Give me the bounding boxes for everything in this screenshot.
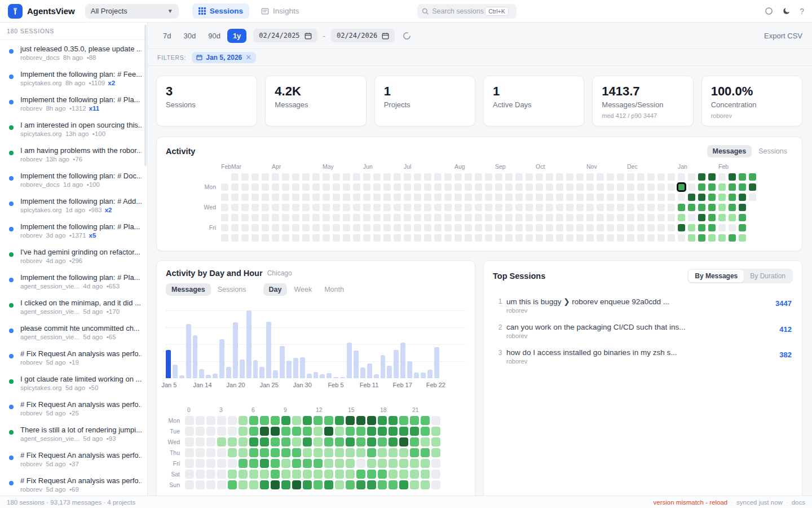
calendar-cell[interactable]: [312, 194, 320, 201]
calendar-cell[interactable]: [475, 204, 482, 211]
calendar-cell[interactable]: [739, 183, 746, 191]
bar[interactable]: [414, 373, 419, 378]
bar[interactable]: [179, 375, 184, 378]
bar[interactable]: [367, 364, 372, 378]
calendar-cell[interactable]: [708, 194, 716, 201]
calendar-cell[interactable]: [688, 234, 695, 242]
dh-metric-toggle-sessions[interactable]: Sessions: [212, 283, 252, 296]
calendar-cell[interactable]: [251, 194, 259, 201]
calendar-cell[interactable]: [434, 214, 442, 221]
calendar-cell[interactable]: [251, 183, 259, 191]
hour-heatmap-cell[interactable]: [185, 437, 194, 446]
calendar-cell[interactable]: [333, 204, 340, 211]
calendar-cell[interactable]: [444, 183, 452, 191]
calendar-cell[interactable]: [292, 194, 299, 201]
calendar-cell[interactable]: [739, 204, 746, 211]
hour-heatmap-cell[interactable]: [314, 416, 323, 425]
tab-insights[interactable]: Insights: [255, 3, 306, 19]
calendar-cell[interactable]: [647, 183, 655, 191]
calendar-cell[interactable]: [383, 194, 391, 201]
calendar-cell[interactable]: [404, 224, 411, 231]
hour-heatmap-cell[interactable]: [303, 427, 312, 436]
calendar-cell[interactable]: [454, 183, 462, 191]
calendar-cell[interactable]: [404, 194, 411, 201]
calendar-cell[interactable]: [465, 214, 472, 221]
calendar-cell[interactable]: [282, 224, 289, 231]
calendar-cell[interactable]: [566, 224, 573, 231]
export-csv-button[interactable]: Export CSV: [764, 32, 802, 40]
calendar-cell[interactable]: [729, 224, 736, 231]
hour-heatmap-cell[interactable]: [356, 427, 365, 436]
session-list-item[interactable]: Implement the following plan: # Add... s…: [0, 192, 147, 218]
calendar-cell[interactable]: [718, 224, 726, 231]
calendar-cell[interactable]: [708, 173, 716, 181]
bar[interactable]: [400, 343, 405, 378]
calendar-cell[interactable]: [739, 234, 746, 242]
session-list-item[interactable]: I am having problems with the robor... r…: [0, 142, 147, 167]
calendar-cell[interactable]: [637, 194, 645, 201]
hour-heatmap-cell[interactable]: [431, 459, 440, 468]
calendar-cell[interactable]: [607, 204, 614, 211]
session-list-item[interactable]: just released 0.35.0, please update ... …: [0, 40, 147, 65]
bar[interactable]: [206, 375, 211, 378]
hour-heatmap-cell[interactable]: [314, 459, 323, 468]
calendar-cell[interactable]: [495, 204, 502, 211]
hour-heatmap-cell[interactable]: [206, 416, 215, 425]
calendar-cell[interactable]: [617, 183, 624, 191]
calendar-cell[interactable]: [404, 214, 411, 221]
bar[interactable]: [307, 374, 312, 378]
calendar-cell[interactable]: [607, 173, 614, 181]
calendar-cell[interactable]: [353, 204, 360, 211]
hour-heatmap-cell[interactable]: [421, 459, 430, 468]
hour-heatmap-cell[interactable]: [389, 416, 398, 425]
calendar-cell[interactable]: [668, 194, 675, 201]
calendar-cell[interactable]: [617, 214, 624, 221]
calendar-cell[interactable]: [251, 173, 259, 181]
calendar-cell[interactable]: [343, 173, 350, 181]
calendar-cell[interactable]: [404, 234, 411, 242]
bar[interactable]: [240, 360, 245, 378]
dark-mode-moon-icon[interactable]: [782, 7, 791, 15]
calendar-cell[interactable]: [637, 183, 645, 191]
calendar-cell[interactable]: [262, 204, 269, 211]
calendar-cell[interactable]: [495, 214, 502, 221]
hour-heatmap-cell[interactable]: [260, 448, 269, 457]
hour-heatmap-cell[interactable]: [324, 480, 333, 489]
hour-heatmap-cell[interactable]: [271, 448, 280, 457]
bar[interactable]: [354, 351, 359, 378]
hour-heatmap-cell[interactable]: [228, 437, 237, 446]
calendar-cell[interactable]: [627, 194, 634, 201]
calendar-cell[interactable]: [302, 224, 310, 231]
calendar-cell[interactable]: [465, 183, 472, 191]
hour-heatmap-cell[interactable]: [239, 459, 248, 468]
calendar-cell[interactable]: [637, 234, 645, 242]
hour-heatmap-cell[interactable]: [367, 459, 376, 468]
calendar-cell[interactable]: [739, 214, 746, 221]
calendar-cell[interactable]: [586, 214, 594, 221]
hour-heatmap-cell[interactable]: [346, 459, 355, 468]
hour-heatmap-cell[interactable]: [228, 459, 237, 468]
session-list-item[interactable]: Implement the following plan: # Fee... s…: [0, 65, 147, 91]
calendar-cell[interactable]: [394, 183, 401, 191]
calendar-cell[interactable]: [292, 204, 299, 211]
calendar-cell[interactable]: [394, 173, 401, 181]
calendar-cell[interactable]: [526, 194, 533, 201]
bar[interactable]: [266, 322, 271, 378]
calendar-cell[interactable]: [617, 204, 624, 211]
calendar-cell[interactable]: [312, 183, 320, 191]
hour-heatmap-cell[interactable]: [185, 459, 194, 468]
calendar-cell[interactable]: [688, 204, 695, 211]
hour-heatmap-cell[interactable]: [292, 448, 301, 457]
calendar-cell[interactable]: [515, 204, 523, 211]
calendar-cell[interactable]: [475, 234, 482, 242]
calendar-cell[interactable]: [475, 173, 482, 181]
calendar-cell[interactable]: [617, 224, 624, 231]
hour-heatmap-cell[interactable]: [185, 448, 194, 457]
calendar-cell[interactable]: [526, 224, 533, 231]
calendar-cell[interactable]: [637, 173, 645, 181]
calendar-cell[interactable]: [333, 234, 340, 242]
hour-heatmap-cell[interactable]: [281, 470, 290, 479]
calendar-cell[interactable]: [526, 183, 533, 191]
calendar-cell[interactable]: [353, 234, 360, 242]
calendar-cell[interactable]: [454, 173, 462, 181]
